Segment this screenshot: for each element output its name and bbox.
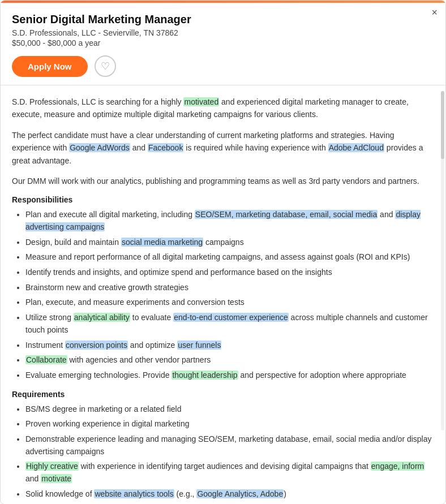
list-item: Demonstrable experience leading and mana… <box>25 433 434 458</box>
intro-paragraph-1: S.D. Professionals, LLC is searching for… <box>12 96 434 121</box>
highlight-conversion-points: conversion points <box>65 341 128 350</box>
highlight-social-media-marketing: social media marketing <box>121 238 203 247</box>
salary-info: $50,000 - $80,000 a year <box>12 38 434 48</box>
highlight-thought-leadership: thought leadership <box>171 371 238 380</box>
highlight-collaborate: Collaborate <box>25 355 67 364</box>
list-item: Collaborate with agencies and other vend… <box>25 354 434 367</box>
list-item: Highly creative with experience in ident… <box>25 460 434 485</box>
list-item: Solid knowledge of website analytics too… <box>25 488 434 501</box>
heart-icon: ♡ <box>101 60 110 72</box>
list-item: Brainstorm new and creative growth strat… <box>25 282 434 294</box>
company-info: S.D. Professionals, LLC - Sevierville, T… <box>12 28 434 37</box>
highlight-highly-creative: Highly creative <box>25 462 79 471</box>
highlight-adobe-adcloud: Adobe AdCloud <box>328 143 384 152</box>
highlight-seo-sem: SEO/SEM, marketing database, email, soci… <box>195 210 378 219</box>
responsibilities-list: Plan and execute all digital marketing, … <box>25 209 434 381</box>
list-item: Instrument conversion points and optimiz… <box>25 339 434 352</box>
list-item: Plan, execute, and measure experiments a… <box>25 296 434 309</box>
list-item: Evaluate emerging technologies. Provide … <box>25 369 434 382</box>
intro-paragraph-2: The perfect candidate must have a clear … <box>12 129 434 167</box>
save-job-button[interactable]: ♡ <box>95 55 116 77</box>
highlight-motivate: motivate <box>41 474 72 483</box>
scrollbar-track <box>441 91 444 430</box>
job-title: Senior Digital Marketing Manager <box>12 13 434 26</box>
responsibilities-title: Responsibilities <box>12 195 434 204</box>
apply-now-button[interactable]: Apply Now <box>12 56 88 77</box>
highlight-engage-inform: engage, inform <box>371 462 424 471</box>
close-button[interactable]: × <box>431 7 438 18</box>
scrollbar-thumb[interactable] <box>441 91 444 159</box>
job-modal: × Senior Digital Marketing Manager S.D. … <box>0 0 446 504</box>
list-item: Measure and report performance of all di… <box>25 251 434 264</box>
requirements-list: BS/MS degree in marketing or a related f… <box>25 403 434 504</box>
job-content: S.D. Professionals, LLC is searching for… <box>1 85 445 504</box>
intro-paragraph-3: Our DMM will work with our analytics, pu… <box>12 175 434 187</box>
list-item: BS/MS degree in marketing or a related f… <box>25 403 434 416</box>
highlight-google-analytics: Google Analytics, Adobe <box>196 489 284 498</box>
highlight-user-funnels: user funnels <box>177 341 221 350</box>
list-item: Utilize strong analytical ability to eva… <box>25 312 434 336</box>
job-header: × Senior Digital Marketing Manager S.D. … <box>1 3 445 85</box>
list-item: Proven working experience in digital mar… <box>25 418 434 430</box>
list-item: Design, build and maintain social media … <box>25 236 434 249</box>
highlight-google-adwords: Google AdWords <box>69 143 130 152</box>
action-buttons: Apply Now ♡ <box>12 55 434 77</box>
highlight-motivated: motivated <box>183 97 219 106</box>
list-item: Plan and execute all digital marketing, … <box>25 209 434 233</box>
requirements-title: Requirements <box>12 390 434 399</box>
highlight-website-analytics: website analytics tools <box>94 489 174 498</box>
highlight-end-to-end: end-to-end customer experience <box>173 313 289 322</box>
highlight-analytical-ability: analytical ability <box>74 313 130 322</box>
list-item: Identify trends and insights, and optimi… <box>25 266 434 279</box>
highlight-facebook: Facebook <box>148 143 183 152</box>
